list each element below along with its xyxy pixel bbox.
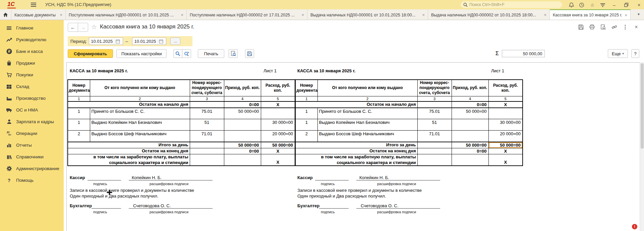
document-tab[interactable]: Поступление наличных НД00-000002 от 17.0… [187, 9, 307, 20]
vertical-scrollbar[interactable] [640, 62, 644, 231]
period-choice-button[interactable]: ... [170, 37, 180, 45]
income-cell[interactable]: 0=00 [224, 148, 261, 154]
income-cell[interactable] [224, 131, 261, 142]
expense-cell[interactable]: X [488, 101, 523, 108]
summary-label-cell[interactable]: в том числе на заработную плату, выплаты… [68, 154, 190, 166]
income-cell[interactable] [224, 119, 261, 131]
close-form-icon[interactable]: × [633, 24, 639, 30]
description-cell[interactable]: Выдано Боссов Шеф Начальникович [317, 131, 417, 142]
doc-number-cell[interactable]: 1 [68, 108, 90, 119]
account-cell[interactable] [190, 142, 224, 148]
column-number[interactable]: 1 [68, 96, 90, 101]
doc-number-cell[interactable]: 2 [295, 131, 317, 142]
get-link-icon[interactable] [611, 24, 617, 30]
expense-cell[interactable]: X [488, 148, 523, 154]
account-cell[interactable]: 75.01 [417, 108, 452, 119]
income-cell[interactable] [224, 154, 261, 166]
favorites-star-icon[interactable]: ☆ [589, 2, 595, 8]
account-cell[interactable] [417, 148, 452, 154]
sidebar-item-cart[interactable]: Покупки [0, 69, 64, 81]
tab-close-icon[interactable]: × [544, 12, 546, 17]
column-number[interactable]: 3 [190, 96, 224, 101]
sidebar-item-menu[interactable]: Главное [0, 22, 64, 34]
income-cell[interactable]: 50 000=00 [452, 142, 488, 148]
spreadsheet-document[interactable]: КАССА за 10 января 2025 г. Лист 1 Номер … [66, 62, 640, 231]
income-cell[interactable]: 0=00 [452, 101, 488, 108]
app-logo-1c[interactable]: 1С [7, 1, 16, 8]
expense-cell[interactable]: 30 000=00 [488, 119, 523, 131]
summary-label-cell[interactable]: Остаток на конец дня [68, 148, 190, 154]
summary-label-cell[interactable]: Остаток на начало дня [295, 101, 417, 108]
document-tab[interactable]: Выдача наличных НД00-000001 от 10.01.202… [307, 9, 428, 20]
show-settings-button[interactable]: Показать настройки [116, 49, 167, 58]
print-button[interactable]: Печать [198, 49, 224, 58]
find-button[interactable] [173, 49, 182, 58]
description-cell[interactable]: Выдано Копейкин Нал Безналович [317, 119, 417, 131]
global-search[interactable] [461, 1, 562, 8]
sidebar-item-truck[interactable]: ОС и НМА [0, 104, 64, 116]
sidebar-item-factory[interactable]: Производство [0, 92, 64, 104]
document-tab[interactable]: Поступление наличных НД00-000001 от 10.0… [66, 9, 187, 20]
expense-cell[interactable] [488, 108, 523, 119]
search-input[interactable] [469, 2, 553, 7]
doc-number-cell[interactable]: 1 [295, 108, 317, 119]
income-cell[interactable]: 0=00 [452, 148, 488, 154]
expense-cell[interactable]: 20 000=00 [261, 131, 295, 142]
sidebar-item-ruble[interactable]: ₽ Банк и касса [0, 46, 64, 57]
service-menu-icon[interactable] [600, 2, 606, 8]
column-number[interactable]: 3 [417, 96, 452, 101]
more-button[interactable]: Еще▾ [608, 49, 628, 58]
income-cell[interactable]: 50 000=00 [452, 108, 488, 119]
income-cell[interactable]: 50 000=00 [224, 142, 261, 148]
account-cell[interactable]: 51 [417, 119, 452, 131]
column-number[interactable]: 2 [90, 96, 190, 101]
autosum-value[interactable] [502, 50, 545, 57]
expense-cell[interactable]: 50 000=00 [261, 142, 295, 148]
main-menu-icon[interactable] [31, 3, 36, 7]
description-cell[interactable]: Выдано Копейкин Нал Безналович [90, 119, 190, 131]
history-icon[interactable] [579, 2, 585, 8]
column-number[interactable]: 1 [295, 96, 317, 101]
sidebar-item-dtkt[interactable]: ДтКт Операции [0, 128, 64, 139]
summary-label-cell[interactable]: в том числе на заработную плату, выплаты… [295, 154, 417, 166]
account-cell[interactable] [190, 154, 224, 166]
income-cell[interactable] [452, 154, 488, 166]
column-number[interactable]: 2 [317, 96, 417, 101]
sidebar-item-books[interactable]: Справочники [0, 151, 64, 163]
expense-cell[interactable]: X [261, 154, 295, 166]
document-tab[interactable]: Кассовая книга за 10 января 2025 г. × [550, 9, 631, 20]
description-cell[interactable]: Выдано Боссов Шеф Начальникович [90, 131, 190, 142]
sidebar-item-trend[interactable]: Руководителю [0, 34, 64, 46]
save-result-button[interactable] [245, 49, 254, 58]
period-from-input[interactable] [89, 39, 114, 44]
summary-label-cell[interactable]: Итого за день [295, 142, 417, 148]
help-button[interactable]: ? [631, 49, 639, 58]
description-cell[interactable]: Принято от Большов С. С. [90, 108, 190, 119]
more-actions-kebab-icon[interactable] [622, 24, 628, 30]
restore-window-icon[interactable] [623, 2, 629, 8]
minimize-window-icon[interactable]: – [611, 2, 617, 8]
find-next-button[interactable] [182, 49, 191, 58]
sidebar-item-person[interactable]: Зарплата и кадры [0, 116, 64, 128]
expense-cell[interactable]: 50 000=00 [488, 142, 523, 148]
doc-number-cell[interactable]: 1 [295, 119, 317, 131]
column-number[interactable]: 5 [261, 96, 295, 101]
notification-icon[interactable]: ! [632, 224, 637, 229]
expense-cell[interactable]: 30 000=00 [261, 119, 295, 131]
scrollbar-thumb[interactable] [641, 63, 644, 149]
sidebar-item-chart[interactable]: Отчеты [0, 139, 64, 151]
expense-cell[interactable]: X [261, 101, 295, 108]
tab-close-icon[interactable]: × [181, 12, 183, 17]
description-cell[interactable]: Принято от Большов С. С. [317, 108, 417, 119]
add-to-favorites-star-icon[interactable]: ☆ [91, 23, 97, 31]
account-cell[interactable] [190, 101, 224, 108]
tab-close-icon[interactable]: × [625, 13, 627, 18]
tab-close-icon[interactable]: × [301, 12, 304, 17]
document-tab[interactable]: Кассовые документы × [11, 9, 66, 20]
summary-label-cell[interactable]: Остаток на начало дня [68, 101, 190, 108]
account-cell[interactable] [190, 148, 224, 154]
sidebar-item-gear[interactable]: Администрирование [0, 163, 64, 174]
calendar-icon[interactable] [157, 38, 165, 45]
account-cell[interactable]: 75.01 [190, 108, 224, 119]
sidebar-item-stock[interactable]: Склад [0, 81, 64, 92]
